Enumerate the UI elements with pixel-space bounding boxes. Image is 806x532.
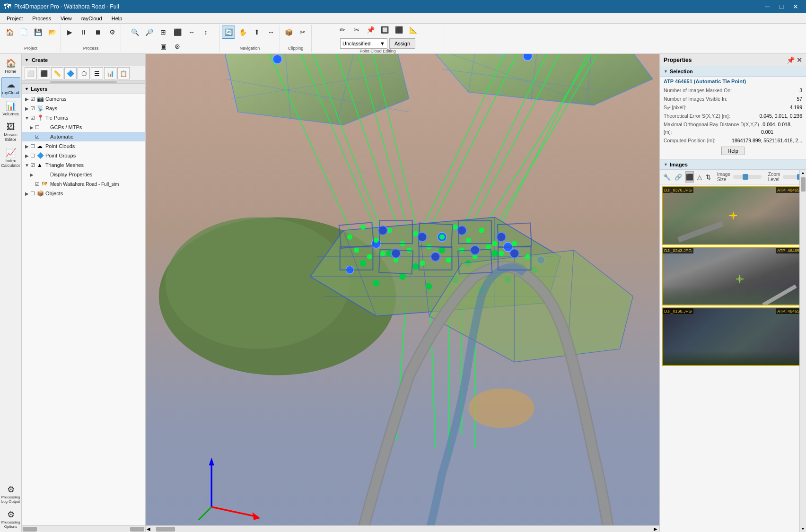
tb-view5-btn[interactable]: ⊗ xyxy=(171,40,184,53)
sidebar-mosaic-btn[interactable]: 🖼 Mosaic Editor xyxy=(1,120,20,144)
tb-clip1-btn[interactable]: 📦 xyxy=(282,26,295,39)
tree-mesh-item[interactable]: ☑ 🗺 Mesh Waitahora Road - Full_sim xyxy=(22,179,145,189)
tb-home-btn[interactable]: 🏠 xyxy=(3,26,16,39)
tb-view3-btn[interactable]: ↕ xyxy=(199,26,212,39)
tb-pce-cut-btn[interactable]: ✂ xyxy=(350,23,363,36)
create-tool-6[interactable]: ☰ xyxy=(91,67,103,79)
sidebar-index-btn[interactable]: 📈 Index Calculator xyxy=(1,145,20,170)
tb-zoom-in-btn[interactable]: 🔍 xyxy=(128,26,141,39)
minimize-button[interactable]: ─ xyxy=(761,0,774,13)
svg-point-114 xyxy=(499,251,504,256)
sidebar-raycloud-btn[interactable]: ☁ rayCloud xyxy=(1,77,20,97)
right-panel-title: Properties 📌 ✕ xyxy=(660,54,806,66)
selection-expand-icon[interactable]: ▼ xyxy=(664,69,668,74)
tb-settings-btn[interactable]: ⚙ xyxy=(105,26,119,39)
tree-pointclouds[interactable]: ▶ ☐ ☁ Point Clouds xyxy=(22,141,145,151)
tb-pause-btn[interactable]: ⏸ xyxy=(77,26,90,39)
tb-stop-btn[interactable]: ⏹ xyxy=(91,26,105,39)
panel-close-btn[interactable]: ✕ xyxy=(797,56,802,64)
svg-point-61 xyxy=(360,260,367,267)
tb-run-btn[interactable]: ▶ xyxy=(63,26,76,39)
images-expand-icon[interactable]: ▼ xyxy=(664,162,668,167)
tb-clip2-btn[interactable]: ✂ xyxy=(296,26,309,39)
properties-label: Properties xyxy=(664,57,692,63)
tb-fit-btn[interactable]: ⊞ xyxy=(157,26,170,39)
menu-process[interactable]: Process xyxy=(27,13,56,24)
image-card-2[interactable]: DJI_0168.JPG ATP: 464651 xyxy=(662,307,804,366)
pce-class-dropdown[interactable]: Unclassified ▼ xyxy=(340,38,387,49)
create-label: Create xyxy=(32,57,48,63)
close-button[interactable]: ✕ xyxy=(789,0,802,13)
create-tool-1[interactable]: ⬜ xyxy=(25,67,37,79)
tree-objects[interactable]: ▶ ☐ 📦 Objects xyxy=(22,189,145,198)
scene-svg xyxy=(146,54,659,532)
image-card-0[interactable]: DJI_0376.JPG ATP: 464651 xyxy=(662,186,804,245)
tb-nav-rotate-btn[interactable]: 🔄 xyxy=(222,26,235,39)
tb-view2-btn[interactable]: ↔ xyxy=(185,26,198,39)
create-tool-8[interactable]: 📋 xyxy=(117,67,130,79)
help-button[interactable]: Help xyxy=(721,147,745,155)
img-tb-sort-btn[interactable]: ⇅ xyxy=(705,171,711,183)
tb-nav-zoom-btn[interactable]: ⬆ xyxy=(250,26,263,39)
svg-point-100 xyxy=(466,238,471,243)
tb-pce-pin-btn[interactable]: 📌 xyxy=(364,23,377,36)
menu-view[interactable]: View xyxy=(56,13,77,24)
tree-automatic[interactable]: ☑ Automatic xyxy=(22,132,145,141)
tb-select-btn[interactable]: ⬛ xyxy=(171,26,184,39)
create-tool-7[interactable]: 📊 xyxy=(104,67,116,79)
menu-help[interactable]: Help xyxy=(107,13,127,24)
tb-pce-square-btn[interactable]: ⬛ xyxy=(393,23,406,36)
tb-new-btn[interactable]: 📄 xyxy=(17,26,30,39)
toolbar-group-pce: ✏ ✂ 📌 🔲 ⬛ 📐 Unclassified ▼ Assign Point … xyxy=(312,25,444,52)
svg-point-105 xyxy=(380,251,385,256)
create-tool-3[interactable]: 📏 xyxy=(51,67,63,79)
sidebar-options-btn[interactable]: ⚙ Processing Options xyxy=(1,507,20,531)
tree-gcps[interactable]: ▶ ☐ GCPs / MTPs xyxy=(22,122,145,132)
tree-cameras[interactable]: ▶ ☑ 📷 Cameras xyxy=(22,94,145,104)
tb-pce-box-btn[interactable]: 🔲 xyxy=(378,23,392,36)
create-tool-4[interactable]: 🔷 xyxy=(64,67,77,79)
prop-row-0: Number of Images Marked On: 3 xyxy=(664,86,802,95)
img-tb-link-btn[interactable]: 🔗 xyxy=(674,171,683,183)
create-tool-5[interactable]: ⬡ xyxy=(78,67,90,79)
image-card-1[interactable]: DJI_0243.JPG ATP: 464651 xyxy=(662,247,804,305)
tb-open-btn[interactable]: 📂 xyxy=(45,26,59,39)
maximize-button[interactable]: □ xyxy=(775,0,788,13)
viewport[interactable]: ◀ ▶ xyxy=(146,54,659,532)
tree-pointgroups[interactable]: ▶ ☐ 🔷 Point Groups xyxy=(22,151,145,160)
tree-rays[interactable]: ▶ ☑ 📡 Rays xyxy=(22,104,145,113)
tb-nav-select-btn[interactable]: ↔ xyxy=(264,26,278,39)
create-tool-2[interactable]: ⬛ xyxy=(38,67,50,79)
layers-title: Layers xyxy=(31,86,47,92)
left-sidebar: 🏠 Home ☁ rayCloud 📊 Volumes 🖼 Mosaic Edi… xyxy=(0,54,22,532)
tree-trimeshes[interactable]: ▼ ☑ ▲ Triangle Meshes xyxy=(22,160,145,170)
tb-pce-ruler-btn[interactable]: 📐 xyxy=(407,23,420,36)
tb-nav-pan-btn[interactable]: ✋ xyxy=(236,26,249,39)
image-size-slider[interactable] xyxy=(733,175,762,179)
toolbar-group-clip-label: Clipping xyxy=(288,46,304,52)
toolbar-group-view: 🔍 🔎 ⊞ ⬛ ↔ ↕ ▣ ⊗ View xyxy=(121,25,220,52)
menu-project[interactable]: Project xyxy=(2,13,27,24)
selection-content: ATP 464651 (Automatic Tie Point) Number … xyxy=(660,77,806,159)
images-vscrollbar[interactable]: ▲ ▼ xyxy=(799,170,806,532)
sidebar-log-btn[interactable]: ⚙ Processing Log Output xyxy=(1,482,20,506)
panel-pin-btn[interactable]: 📌 xyxy=(787,56,795,64)
img-tb-view-btn[interactable]: ⬛ xyxy=(685,171,694,183)
sidebar-volumes-btn[interactable]: 📊 Volumes xyxy=(1,98,20,119)
svg-point-69 xyxy=(399,273,406,280)
img-tb-tool-btn[interactable]: 🔧 xyxy=(663,171,671,183)
menu-raycloud[interactable]: rayCloud xyxy=(77,13,107,24)
svg-point-113 xyxy=(485,244,491,249)
svg-point-104 xyxy=(367,254,372,259)
viewport-hscrollbar[interactable]: ◀ ▶ xyxy=(146,525,659,532)
img-tb-triangle-btn[interactable]: △ xyxy=(697,171,702,183)
tb-save-btn[interactable]: 💾 xyxy=(31,26,44,39)
tb-view4-btn[interactable]: ▣ xyxy=(157,40,170,53)
tree-displayprops[interactable]: ▶ Display Properties xyxy=(22,170,145,179)
pce-assign-button[interactable]: Assign xyxy=(389,38,415,49)
sidebar-home-btn[interactable]: 🏠 Home xyxy=(1,56,20,76)
tree-tiepoints[interactable]: ▼ ☑ 📍 Tie Points xyxy=(22,113,145,122)
image-card-label-0: DJI_0376.JPG xyxy=(663,187,693,193)
tb-zoom-out-btn[interactable]: 🔎 xyxy=(142,26,156,39)
tb-pce-pencil-btn[interactable]: ✏ xyxy=(336,23,349,36)
